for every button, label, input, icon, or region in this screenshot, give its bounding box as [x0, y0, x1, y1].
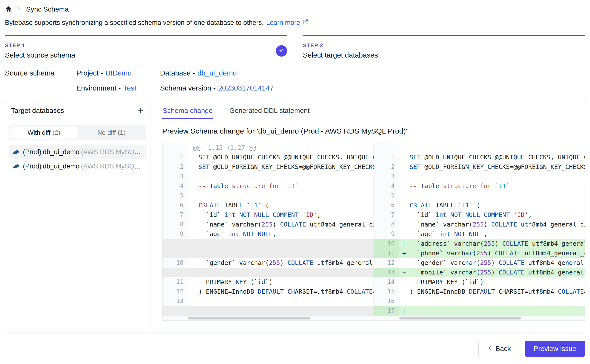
- diff-line-number: 17: [374, 306, 399, 316]
- diff-line-number: 3: [374, 172, 399, 181]
- diff-code-line: + `phone` varchar(255) COLLATE utf8mb4_g…: [399, 248, 585, 258]
- breadcrumb-page-title: Sync Schema: [26, 5, 69, 13]
- diff-line-number: 5: [374, 191, 399, 200]
- diff-line-number: 16: [374, 296, 399, 306]
- diff-code-line: PRIMARY KEY (`id`): [188, 277, 374, 287]
- diff-line-number: [163, 306, 188, 316]
- preview-tabs: Schema change Generated DDL statement: [162, 107, 585, 119]
- environment-link[interactable]: Test: [123, 84, 136, 92]
- database-field: Database -db_ui_demo: [160, 69, 585, 77]
- diff-code-line: [188, 248, 374, 258]
- diff-code-line: [188, 239, 374, 248]
- diff-line-number: [163, 248, 188, 258]
- schema-version-field: Schema version -20230317014147: [160, 84, 585, 92]
- database-environment: (Prod): [23, 148, 41, 156]
- project-link[interactable]: UIDemo: [105, 69, 131, 77]
- diff-scrollbar-row: [163, 316, 585, 320]
- sync-content-box: Target databases + With diff (2) No diff…: [5, 101, 585, 333]
- tab-schema-change[interactable]: Schema change: [162, 107, 213, 119]
- diff-line-number: 4: [374, 181, 399, 191]
- diff-line-number: 3: [163, 172, 188, 181]
- diff-line-number: 12: [163, 287, 188, 296]
- add-target-database-button[interactable]: +: [137, 106, 144, 116]
- steps-indicator: STEP 1 Select source schema STEP 2 Selec…: [5, 35, 585, 59]
- target-databases-panel: Target databases + With diff (2) No diff…: [5, 101, 150, 333]
- database-name: db_ui_demo: [43, 163, 80, 170]
- database-detail: (AWS RDS MySQL Prod): [81, 148, 143, 156]
- diff-code-line: `age` int NOT NULL,: [188, 229, 374, 239]
- source-schema-label: Source schema: [5, 69, 76, 77]
- intro-row: Bytebase supports synchronizing a specif…: [5, 19, 585, 27]
- database-link[interactable]: db_ui_demo: [197, 69, 237, 77]
- diff-grid: @@ -1,15 +1,27 @@1SET @OLD_UNIQUE_CHECKS…: [163, 143, 585, 316]
- diff-line-number: [374, 143, 399, 152]
- diff-code-line: -- Table structure for `t1`: [399, 181, 585, 191]
- tab-generated-ddl[interactable]: Generated DDL statement: [229, 107, 310, 119]
- diff-code-line: PRIMARY KEY (`id`): [399, 277, 585, 287]
- diff-line-number: 11: [163, 277, 188, 287]
- diff-code-line: --: [188, 172, 374, 181]
- chevron-left-icon: [487, 345, 493, 353]
- diff-filter-tabs: With diff (2) No diff (1): [9, 125, 146, 140]
- diff-line-number: 13: [163, 296, 188, 306]
- filter-tab-with-diff[interactable]: With diff (2): [10, 126, 78, 139]
- diff-code-line: `gender` varchar(255) COLLATE utf8mb4_ge…: [188, 258, 374, 268]
- diff-code-line: SET @OLD_UNIQUE_CHECKS=@@UNIQUE_CHECKS, …: [399, 152, 585, 162]
- diff-code-line: [188, 268, 374, 277]
- diff-code-line: CREATE TABLE `t1` (: [399, 200, 585, 210]
- breadcrumb-chevron-icon: [16, 6, 22, 13]
- diff-line-number: 8: [163, 220, 188, 229]
- sync-schema-page: Sync Schema Bytebase supports synchroniz…: [0, 0, 590, 364]
- diff-code-line: `age` int NOT NULL,: [399, 229, 585, 239]
- diff-line-number: 6: [374, 200, 399, 210]
- diff-code-line: SET @OLD_FOREIGN_KEY_CHECKS=@@FOREIGN_KE…: [188, 162, 374, 172]
- diff-line-number: [163, 268, 188, 277]
- source-schema-section: Source schema Project -UIDemo Database -…: [5, 69, 585, 92]
- breadcrumb: Sync Schema: [5, 3, 585, 15]
- diff-added-marker: +: [402, 306, 406, 316]
- target-database-item[interactable]: (Prod)db_ui_demo(AWS RDS MySQL Prod): [9, 145, 146, 159]
- diff-left-scrollbar-thumb[interactable]: [188, 317, 310, 319]
- diff-code-line: [399, 296, 585, 306]
- environment-field: Environment -Test: [76, 84, 160, 92]
- diff-line-number: 5: [163, 191, 188, 200]
- diff-line-number: [163, 239, 188, 248]
- diff-code-line: @@ -1,15 +1,27 @@: [188, 143, 374, 152]
- back-button[interactable]: Back: [478, 341, 519, 357]
- diff-code-line: --: [188, 191, 374, 200]
- step-1: STEP 1 Select source schema: [5, 35, 287, 59]
- diff-line-number: 10: [163, 258, 188, 268]
- target-databases-title: Target databases: [11, 107, 64, 115]
- target-database-item[interactable]: (Prod)db_ui_demo(AWS RDS MySQL Prod): [9, 159, 146, 173]
- step-2: STEP 2 Select target databases: [303, 35, 585, 59]
- diff-line-number: 6: [163, 200, 188, 210]
- diff-code-line: `id` int NOT NULL COMMENT 'ID',: [399, 210, 585, 220]
- home-breadcrumb-link[interactable]: [5, 5, 12, 14]
- mysql-icon: [12, 162, 20, 170]
- external-link-icon: [302, 19, 309, 27]
- step-completed-badge: [276, 45, 287, 57]
- diff-code-line: `id` int NOT NULL COMMENT 'ID',: [188, 210, 374, 220]
- diff-added-marker: +: [402, 239, 406, 248]
- diff-line-number: [163, 143, 188, 152]
- preview-issue-button[interactable]: Preview issue: [525, 341, 585, 357]
- mysql-icon: [12, 148, 20, 156]
- diff-code-line: [399, 143, 585, 152]
- diff-code-line: ) ENGINE=InnoDB DEFAULT CHARSET=utf8mb4 …: [399, 287, 585, 296]
- diff-right-scrollbar: [374, 316, 585, 320]
- check-icon: [279, 47, 284, 55]
- intro-text: Bytebase supports synchronizing a specif…: [5, 19, 264, 27]
- project-field: Project -UIDemo: [76, 69, 160, 77]
- diff-line-number: 15: [374, 287, 399, 296]
- learn-more-link[interactable]: Learn more: [266, 19, 309, 27]
- diff-line-number: 1: [163, 152, 188, 162]
- diff-line-number: 14: [374, 277, 399, 287]
- diff-line-number: 11: [374, 248, 399, 258]
- filter-tab-no-diff[interactable]: No diff (1): [78, 126, 146, 139]
- diff-code-line: SET @OLD_UNIQUE_CHECKS=@@UNIQUE_CHECKS, …: [188, 152, 374, 162]
- schema-version-link[interactable]: 20230317014147: [218, 84, 274, 92]
- diff-right-scrollbar-thumb[interactable]: [399, 317, 521, 319]
- diff-code-line: -- Table structure for `t1`: [188, 181, 374, 191]
- diff-line-number: 13: [374, 268, 399, 277]
- diff-line-number: 7: [163, 210, 188, 220]
